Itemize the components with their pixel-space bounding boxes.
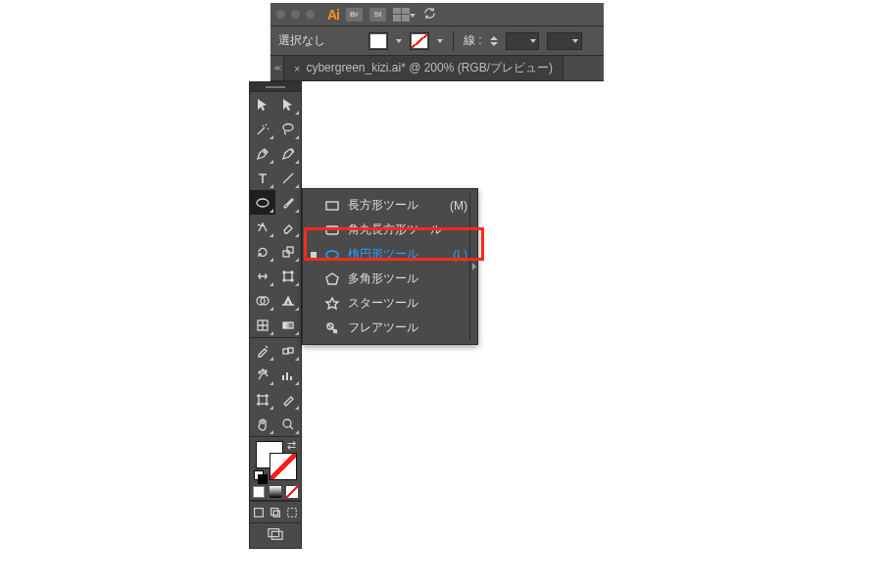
svg-point-16: [259, 371, 261, 373]
traffic-zoom[interactable]: [306, 10, 315, 19]
svg-marker-30: [326, 273, 338, 284]
bridge-icon[interactable]: Br: [346, 8, 363, 22]
gradient-tool[interactable]: [275, 313, 301, 337]
flyout-item-label: スターツール: [348, 295, 460, 312]
traffic-close[interactable]: [276, 10, 285, 19]
stroke-weight-field[interactable]: [506, 32, 539, 50]
stroke-color-swatch[interactable]: [270, 453, 297, 480]
tab-collapse-handle[interactable]: [270, 56, 284, 80]
svg-rect-15: [288, 348, 293, 353]
tools-panel-grip[interactable]: [250, 82, 301, 92]
shaper-tool[interactable]: [250, 215, 275, 239]
stock-icon[interactable]: St: [369, 8, 386, 22]
flyout-item-rectangle[interactable]: 長方形ツール (M): [303, 193, 477, 218]
svg-rect-4: [287, 247, 293, 253]
slice-tool[interactable]: [275, 387, 301, 412]
width-tool[interactable]: [250, 264, 275, 288]
type-tool[interactable]: [250, 166, 275, 190]
lasso-tool[interactable]: [275, 117, 301, 141]
artboard-tool[interactable]: [250, 387, 275, 412]
rotate-tool[interactable]: [250, 239, 275, 264]
direct-selection-tool[interactable]: [275, 92, 301, 117]
traffic-minimize[interactable]: [291, 10, 300, 19]
stroke-swatch[interactable]: [410, 32, 429, 50]
svg-point-20: [283, 419, 291, 427]
svg-rect-14: [283, 349, 288, 354]
draw-normal-button[interactable]: [250, 502, 267, 522]
color-mode-row: [250, 484, 301, 500]
flyout-item-label: 長方形ツール: [348, 197, 442, 214]
fill-swatch[interactable]: [368, 32, 388, 50]
shape-tools-flyout: 長方形ツール (M) 角丸長方形ツール 楕円形ツール (L) 多角形ツール スタ…: [302, 188, 478, 345]
swap-fill-stroke-icon[interactable]: ⇄: [287, 439, 296, 452]
magic-wand-tool[interactable]: [250, 117, 275, 141]
selection-status-label: 選択なし: [278, 32, 325, 49]
arrange-documents-button[interactable]: [393, 8, 416, 22]
free-transform-tool[interactable]: [275, 264, 301, 288]
flyout-item-label: 楕円形ツール: [348, 246, 445, 263]
zoom-tool[interactable]: [275, 412, 301, 436]
document-tab-bar: × cybergreen_kizi.ai* @ 200% (RGB/プレビュー): [270, 56, 604, 81]
svg-point-0: [283, 123, 293, 130]
svg-rect-23: [273, 511, 279, 516]
color-mode-gradient[interactable]: [267, 484, 283, 500]
draw-inside-button[interactable]: [284, 502, 301, 522]
stroke-profile-dropdown[interactable]: [547, 32, 582, 50]
fill-stroke-indicator[interactable]: ⇄: [250, 437, 301, 484]
svg-rect-3: [283, 251, 289, 257]
blend-tool[interactable]: [275, 338, 301, 363]
document-tab-title: cybergreen_kizi.ai* @ 200% (RGB/プレビュー): [306, 60, 553, 76]
sync-settings-icon[interactable]: [422, 6, 437, 24]
shape-builder-tool[interactable]: [250, 288, 275, 313]
selected-bullet-icon: [311, 252, 317, 258]
svg-point-18: [265, 370, 267, 372]
stroke-weight-stepper[interactable]: [490, 36, 498, 46]
default-fill-stroke-icon[interactable]: [254, 470, 266, 482]
flyout-item-shortcut: (M): [450, 199, 467, 213]
line-segment-tool[interactable]: [275, 166, 301, 190]
svg-rect-5: [284, 272, 292, 280]
document-tab[interactable]: × cybergreen_kizi.ai* @ 200% (RGB/プレビュー): [284, 56, 564, 80]
flyout-tearoff-grip[interactable]: [469, 193, 477, 340]
symbol-sprayer-tool[interactable]: [250, 363, 275, 387]
control-bar: 選択なし 線 :: [270, 26, 604, 56]
svg-rect-27: [326, 202, 338, 210]
flyout-item-shortcut: (L): [453, 248, 467, 262]
svg-point-17: [262, 369, 264, 371]
eyedropper-tool[interactable]: [250, 338, 275, 363]
close-tab-icon[interactable]: ×: [294, 63, 300, 74]
perspective-grid-tool[interactable]: [275, 288, 301, 313]
scale-tool[interactable]: [275, 239, 301, 264]
flyout-item-label: フレアツール: [348, 319, 460, 336]
window-titlebar: Ai Br St: [270, 3, 604, 26]
flyout-item-polygon[interactable]: 多角形ツール: [303, 267, 477, 291]
selection-tool[interactable]: [250, 92, 275, 117]
shape-tool[interactable]: [250, 190, 275, 215]
curvature-tool[interactable]: [275, 141, 301, 166]
svg-point-1: [264, 151, 266, 153]
svg-point-2: [257, 199, 269, 207]
flyout-item-ellipse[interactable]: 楕円形ツール (L): [303, 242, 477, 267]
pen-tool[interactable]: [250, 141, 275, 166]
color-mode-solid[interactable]: [250, 484, 267, 500]
mesh-tool[interactable]: [250, 313, 275, 337]
app-logo: Ai: [327, 7, 339, 23]
flyout-item-rounded-rectangle[interactable]: 角丸長方形ツール: [303, 218, 477, 242]
column-graph-tool[interactable]: [275, 363, 301, 387]
fill-swatch-dropdown[interactable]: [396, 39, 402, 43]
divider: [453, 31, 454, 51]
draw-behind-button[interactable]: [267, 502, 283, 522]
svg-marker-31: [326, 298, 338, 309]
stroke-swatch-dropdown[interactable]: [437, 39, 443, 43]
svg-rect-28: [326, 226, 338, 234]
svg-rect-25: [269, 528, 279, 536]
color-mode-none[interactable]: [284, 484, 301, 500]
tools-panel: ⇄: [249, 81, 302, 549]
paintbrush-tool[interactable]: [275, 190, 301, 215]
flyout-item-flare[interactable]: フレアツール: [303, 316, 477, 340]
svg-rect-26: [271, 531, 282, 539]
screen-mode-button[interactable]: [250, 522, 301, 544]
eraser-tool[interactable]: [275, 215, 301, 239]
flyout-item-star[interactable]: スターツール: [303, 291, 477, 316]
hand-tool[interactable]: [250, 412, 275, 436]
